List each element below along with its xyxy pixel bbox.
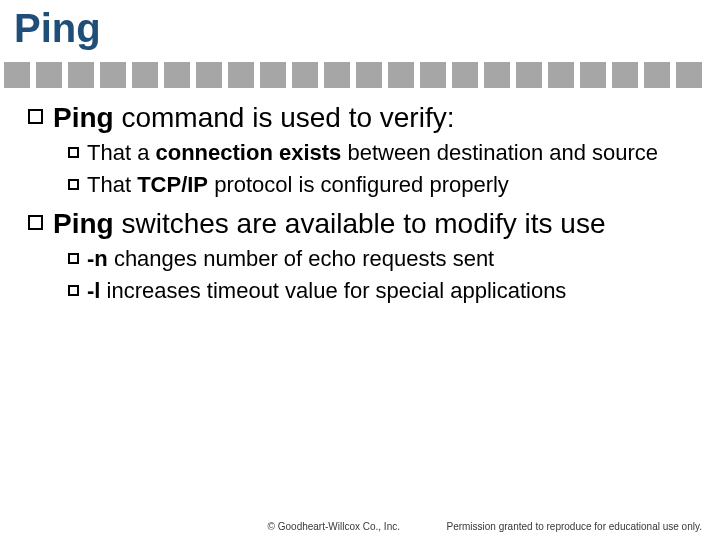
square-icon bbox=[580, 62, 606, 88]
bullet-level1: Ping command is used to verify: bbox=[28, 100, 688, 135]
bullet-text: That a connection exists between destina… bbox=[87, 139, 658, 167]
text: protocol is configured properly bbox=[208, 172, 509, 197]
square-icon bbox=[548, 62, 574, 88]
square-icon bbox=[164, 62, 190, 88]
text: increases timeout value for special appl… bbox=[100, 278, 566, 303]
footer-permission: Permission granted to reproduce for educ… bbox=[446, 521, 702, 532]
slide-title: Ping bbox=[14, 6, 101, 51]
square-icon bbox=[292, 62, 318, 88]
bullet-level1: Ping switches are available to modify it… bbox=[28, 206, 688, 241]
square-icon bbox=[68, 62, 94, 88]
square-icon bbox=[356, 62, 382, 88]
slide: Ping Ping command is used to verify: bbox=[0, 0, 720, 540]
square-icon bbox=[132, 62, 158, 88]
content-body: Ping command is used to verify: That a c… bbox=[28, 96, 688, 306]
bullet-square-icon bbox=[68, 285, 79, 296]
bullet-text: -l increases timeout value for special a… bbox=[87, 277, 566, 305]
bullet-level2: -l increases timeout value for special a… bbox=[68, 277, 688, 305]
square-icon bbox=[196, 62, 222, 88]
bullet-text: That TCP/IP protocol is configured prope… bbox=[87, 171, 509, 199]
square-icon bbox=[324, 62, 350, 88]
square-icon bbox=[4, 62, 30, 88]
bullet-text: -n changes number of echo requests sent bbox=[87, 245, 494, 273]
square-icon bbox=[484, 62, 510, 88]
text: command is used to verify: bbox=[114, 102, 455, 133]
square-icon bbox=[644, 62, 670, 88]
square-icon bbox=[36, 62, 62, 88]
bold-text: -n bbox=[87, 246, 108, 271]
bullet-square-icon bbox=[68, 179, 79, 190]
bullet-text: Ping switches are available to modify it… bbox=[53, 206, 605, 241]
bold-text: connection exists bbox=[155, 140, 341, 165]
bold-text: Ping bbox=[53, 208, 114, 239]
bold-text: Ping bbox=[53, 102, 114, 133]
bullet-square-icon bbox=[68, 147, 79, 158]
square-icon bbox=[452, 62, 478, 88]
bold-text: -l bbox=[87, 278, 100, 303]
text: That bbox=[87, 172, 137, 197]
text: That a bbox=[87, 140, 155, 165]
square-icon bbox=[388, 62, 414, 88]
bullet-square-icon bbox=[68, 253, 79, 264]
text: changes number of echo requests sent bbox=[108, 246, 494, 271]
text: switches are available to modify its use bbox=[114, 208, 606, 239]
bullet-level2: That a connection exists between destina… bbox=[68, 139, 688, 167]
square-icon bbox=[100, 62, 126, 88]
square-icon bbox=[676, 62, 702, 88]
square-icon bbox=[228, 62, 254, 88]
bullet-square-icon bbox=[28, 109, 43, 124]
bold-text: TCP/IP bbox=[137, 172, 208, 197]
bullet-level2: That TCP/IP protocol is configured prope… bbox=[68, 171, 688, 199]
bullet-text: Ping command is used to verify: bbox=[53, 100, 454, 135]
square-icon bbox=[260, 62, 286, 88]
text: between destination and source bbox=[341, 140, 658, 165]
bullet-square-icon bbox=[28, 215, 43, 230]
decorative-band bbox=[0, 60, 720, 90]
footer-copyright: © Goodheart-Willcox Co., Inc. bbox=[268, 521, 400, 532]
bullet-level2: -n changes number of echo requests sent bbox=[68, 245, 688, 273]
square-icon bbox=[420, 62, 446, 88]
square-icon bbox=[516, 62, 542, 88]
square-icon bbox=[612, 62, 638, 88]
